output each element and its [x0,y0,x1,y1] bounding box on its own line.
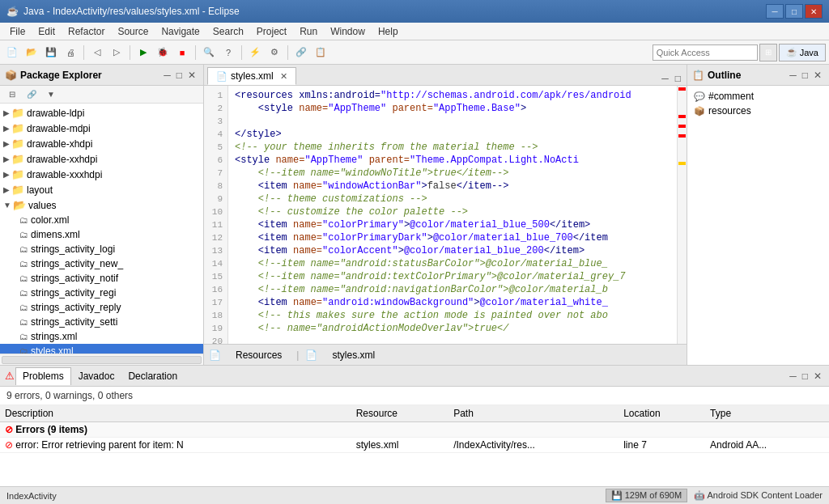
java-perspective-btn[interactable]: ☕ Java [779,44,826,61]
title-bar: ☕ Java - IndexActivity/res/values/styles… [0,0,829,23]
close-button[interactable]: ✕ [805,4,823,19]
toolbar-separator-3 [195,45,196,60]
toolbar-debug[interactable]: 🐞 [154,44,172,61]
editor-footer: 📄 Resources | 📄 styles.xml [204,344,687,365]
toolbar-help[interactable]: ? [219,44,237,61]
outline-item-resources[interactable]: 📦 resources [691,104,826,118]
title-icon: ☕ [6,6,19,17]
error-marker-2 [678,115,686,118]
editor-tab-styles-xml[interactable]: 📄 styles.xml ✕ [207,67,296,85]
err-desc: ⊘ error: Error retrieving parent for ite… [0,438,351,453]
menu-source[interactable]: Source [111,24,155,39]
tab-close-btn[interactable]: ✕ [280,71,287,82]
tree-item-strings-new[interactable]: 🗂 strings_activity_new_ [0,256,203,271]
package-explorer-close[interactable]: ✕ [185,69,198,82]
err-location: line 7 [619,438,705,453]
toolbar-extra4[interactable]: 📋 [312,44,329,61]
code-editor[interactable]: <resources xmlns:android="http://schemas… [228,86,677,344]
toolbar-extra3[interactable]: 🔗 [292,44,310,61]
col-resource[interactable]: Resource [351,405,449,422]
toolbar-extra1[interactable]: ⚡ [246,44,264,61]
err-type: Android AA... [705,438,829,453]
tree-item-styles-xml[interactable]: 🗂 styles.xml [0,344,203,354]
problems-minimize[interactable]: ─ [787,370,799,383]
error-marker-4 [678,134,686,138]
pe-collapse-all[interactable]: ⊟ [3,86,21,104]
tree-item-strings-reply[interactable]: 🗂 strings_activity_reply [0,300,203,315]
menu-run[interactable]: Run [293,24,324,39]
tree-item-strings-xml[interactable]: 🗂 strings.xml [0,329,203,344]
toolbar-new[interactable]: 📄 [3,44,21,61]
editor-content[interactable]: 12345 678910 1112131415 1617181920 <reso… [204,86,687,344]
problems-close[interactable]: ✕ [811,370,824,383]
line-numbers: 12345 678910 1112131415 1617181920 [204,86,228,344]
tree-item-drawable-xhdpi[interactable]: ▶ 📁 drawable-xhdpi [0,136,203,151]
minimize-button[interactable]: ─ [766,4,784,19]
toolbar-run[interactable]: ▶ [134,44,152,61]
warn-marker-1 [678,162,686,165]
menu-edit[interactable]: Edit [32,24,62,39]
outline-item-comment[interactable]: 💬 #comment [691,89,826,104]
toolbar-stop[interactable]: ■ [173,44,191,61]
outline-controls: ─ □ ✕ [787,69,824,82]
outline-minimize[interactable]: ─ [787,69,799,82]
tab-problems[interactable]: Problems [15,367,71,385]
menu-navigate[interactable]: Navigate [155,24,206,39]
status-memory[interactable]: 💾 129M of 690M [606,489,687,502]
tree-item-strings-regi[interactable]: 🗂 strings_activity_regi [0,286,203,300]
outline-icon: 📋 [692,70,704,81]
menu-refactor[interactable]: Refactor [62,24,111,39]
toolbar-search[interactable]: 🔍 [200,44,218,61]
java-label: Java [800,48,818,57]
problems-maximize[interactable]: □ [800,370,810,383]
pe-hscroll-bar[interactable] [2,356,202,364]
quick-access-box [653,44,758,61]
toolbar-icon-btn[interactable]: ⊞ [759,44,777,61]
outline-close[interactable]: ✕ [811,69,824,82]
tree-item-color-xml[interactable]: 🗂 color.xml [0,213,203,227]
toolbar-open[interactable]: 📂 [23,44,40,61]
tree-item-drawable-xxhdpi[interactable]: ▶ 📁 drawable-xxhdpi [0,151,203,167]
package-explorer-minimize[interactable]: ─ [161,69,173,82]
tree-item-strings-notif[interactable]: 🗂 strings_activity_notif [0,271,203,286]
error-row-1[interactable]: ⊘ error: Error retrieving parent for ite… [0,438,829,453]
footer-tab-styles[interactable]: styles.xml [324,347,383,363]
quick-access-input[interactable] [653,44,758,61]
pe-menu[interactable]: ▼ [42,86,60,104]
tab-declaration[interactable]: Declaration [121,367,184,385]
tree-item-layout[interactable]: ▶ 📁 layout [0,182,203,197]
error-group-row[interactable]: ⊘ Errors (9 items) [0,422,829,438]
tree-item-values[interactable]: ▼ 📂 values [0,197,203,213]
menu-help[interactable]: Help [372,24,405,39]
footer-tab-resources[interactable]: Resources [227,347,290,363]
menu-file[interactable]: File [3,24,32,39]
toolbar-back[interactable]: ◁ [88,44,106,61]
tree-item-strings-setti[interactable]: 🗂 strings_activity_setti [0,315,203,329]
tree-item-drawable-ldpi[interactable]: ▶ 📁 drawable-ldpi [0,105,203,121]
tree-item-drawable-xxxhdpi[interactable]: ▶ 📁 drawable-xxxhdpi [0,167,203,182]
tree-item-dimens-xml[interactable]: 🗂 dimens.xml [0,227,203,242]
outline-maximize[interactable]: □ [800,69,810,82]
menu-project[interactable]: Project [250,24,293,39]
toolbar-print[interactable]: 🖨 [62,44,79,61]
package-explorer-maximize[interactable]: □ [174,69,185,82]
editor-minimize[interactable]: ─ [659,72,671,85]
package-explorer-panel: 📦 Package Explorer ─ □ ✕ ⊟ 🔗 ▼ ▶ 📁 drawa… [0,65,204,365]
tab-javadoc[interactable]: Javadoc [72,367,121,385]
menu-window[interactable]: Window [324,24,372,39]
toolbar-forward[interactable]: ▷ [108,44,125,61]
tree-item-drawable-mdpi[interactable]: ▶ 📁 drawable-mdpi [0,121,203,136]
col-type[interactable]: Type [705,405,829,422]
col-path[interactable]: Path [449,405,619,422]
pe-link[interactable]: 🔗 [23,86,40,104]
toolbar-save[interactable]: 💾 [42,44,60,61]
menu-search[interactable]: Search [206,24,250,39]
tree-item-strings-login[interactable]: 🗂 strings_activity_logi [0,242,203,256]
android-icon: 🤖 [694,490,705,500]
col-description[interactable]: Description [0,405,351,422]
maximize-button[interactable]: □ [785,4,803,19]
error-marker-3 [678,125,686,128]
col-location[interactable]: Location [619,405,705,422]
toolbar-extra2[interactable]: ⚙ [266,44,283,61]
editor-maximize[interactable]: □ [673,72,683,85]
